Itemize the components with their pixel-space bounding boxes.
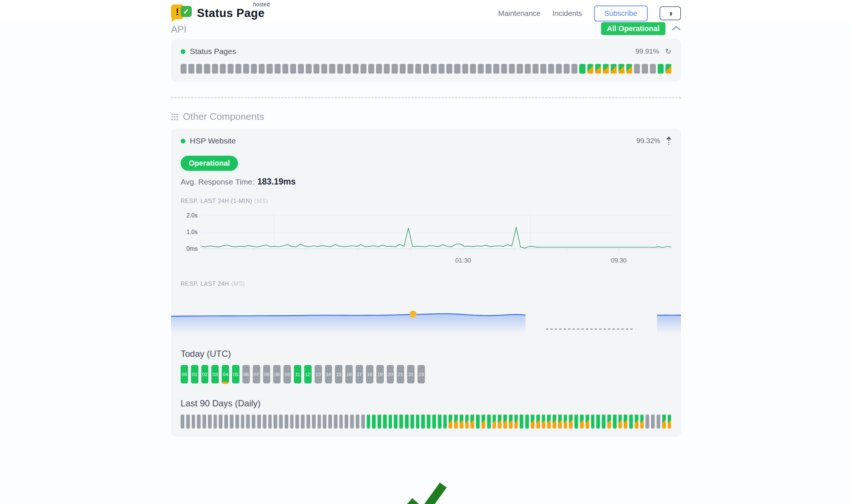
uptime-bar[interactable] — [274, 415, 277, 429]
hour-block-17[interactable]: 17 — [356, 365, 363, 383]
uptime-bar[interactable] — [410, 415, 414, 429]
uptime-bar[interactable] — [220, 64, 226, 74]
uptime-bar[interactable] — [257, 415, 261, 429]
uptime-bar[interactable] — [251, 64, 257, 74]
uptime-bar[interactable] — [596, 415, 600, 429]
uptime-bar[interactable] — [230, 415, 234, 429]
uptime-bar[interactable] — [416, 415, 420, 429]
uptime-bar[interactable] — [243, 64, 249, 74]
uptime-bar[interactable] — [282, 64, 288, 74]
uptime-bar[interactable] — [405, 415, 409, 429]
uptime-bar[interactable] — [503, 415, 507, 429]
uptime-bar[interactable] — [564, 64, 570, 74]
hour-block-13[interactable]: 13 — [315, 365, 322, 383]
uptime-bar[interactable] — [181, 64, 187, 74]
hour-block-11[interactable]: 11 — [294, 365, 301, 383]
uptime-bar[interactable] — [634, 64, 640, 74]
uptime-bar[interactable] — [553, 415, 556, 429]
uptime-bar[interactable] — [498, 415, 502, 429]
uptime-bar[interactable] — [595, 64, 601, 74]
uptime-bar[interactable] — [367, 415, 370, 429]
hour-block-09[interactable]: 09 — [273, 365, 281, 383]
uptime-bar[interactable] — [517, 64, 523, 74]
uptime-bar[interactable] — [290, 415, 294, 429]
uptime-bar[interactable] — [571, 64, 577, 74]
uptime-bar[interactable] — [574, 415, 578, 429]
hour-block-20[interactable]: 20 — [387, 365, 394, 383]
uptime-bar[interactable] — [470, 415, 474, 429]
hour-block-03[interactable]: 03 — [211, 365, 219, 383]
uptime-bar[interactable] — [533, 64, 539, 74]
hour-block-15[interactable]: 15 — [335, 365, 342, 383]
uptime-bar[interactable] — [196, 64, 202, 74]
uptime-bar[interactable] — [558, 415, 562, 429]
uptime-bar[interactable] — [279, 415, 283, 429]
uptime-bar[interactable] — [525, 415, 529, 429]
uptime-bar[interactable] — [540, 64, 546, 74]
uptime-bar[interactable] — [208, 415, 212, 429]
subscribe-button[interactable]: Subscribe — [594, 6, 648, 21]
uptime-bar[interactable] — [487, 415, 491, 429]
uptime-bar[interactable] — [536, 415, 540, 429]
uptime-bar[interactable] — [493, 64, 499, 74]
uptime-bar[interactable] — [432, 415, 436, 429]
uptime-bar[interactable] — [470, 64, 476, 74]
uptime-bar[interactable] — [204, 64, 210, 74]
uptime-bar[interactable] — [212, 64, 218, 74]
uptime-bar[interactable] — [376, 64, 382, 74]
uptime-bar[interactable] — [214, 415, 217, 429]
uptime-bar[interactable] — [668, 415, 671, 429]
uptime-bar[interactable] — [298, 64, 304, 74]
uptime-bar[interactable] — [263, 415, 266, 429]
uptime-bar[interactable] — [423, 64, 429, 74]
uptime-bar[interactable] — [345, 415, 348, 429]
uptime-bar[interactable] — [579, 64, 585, 74]
uptime-bar[interactable] — [290, 64, 296, 74]
uptime-bar[interactable] — [407, 64, 413, 74]
hour-block-04[interactable]: 04 — [222, 365, 229, 383]
uptime-bar[interactable] — [611, 64, 617, 74]
uptime-bar[interactable] — [275, 64, 281, 74]
uptime-bar[interactable] — [642, 64, 648, 74]
hour-block-06[interactable]: 06 — [242, 365, 250, 383]
data-point-marker[interactable] — [409, 311, 416, 318]
uptime-bar[interactable] — [295, 415, 299, 429]
uptime-bar[interactable] — [629, 415, 633, 429]
uptime-bar[interactable] — [564, 415, 567, 429]
uptime-bar[interactable] — [640, 415, 644, 429]
uptime-bar[interactable] — [321, 64, 327, 74]
uptime-bar[interactable] — [266, 64, 272, 74]
uptime-bar[interactable] — [438, 415, 442, 429]
theme-toggle-button[interactable]: ◑ — [660, 6, 681, 20]
uptime-bar[interactable] — [514, 415, 518, 429]
uptime-bar[interactable] — [454, 415, 458, 429]
uptime-bar[interactable] — [181, 415, 184, 429]
uptime-bar[interactable] — [525, 64, 531, 74]
uptime-bar[interactable] — [618, 415, 622, 429]
hour-block-01[interactable]: 01 — [191, 365, 198, 383]
uptime-bar[interactable] — [486, 64, 492, 74]
uptime-bar[interactable] — [618, 64, 624, 74]
uptime-bar[interactable] — [662, 415, 666, 429]
refresh-icon[interactable]: ↻ — [665, 47, 671, 56]
uptime-bar[interactable] — [353, 64, 359, 74]
uptime-bar[interactable] — [186, 415, 190, 429]
uptime-bar[interactable] — [389, 415, 392, 429]
uptime-bar[interactable] — [399, 415, 403, 429]
uptime-bar[interactable] — [624, 415, 627, 429]
uptime-bar[interactable] — [285, 415, 288, 429]
uptime-bar[interactable] — [465, 415, 469, 429]
uptime-bar[interactable] — [482, 415, 485, 429]
uptime-bar[interactable] — [635, 415, 638, 429]
uptime-bar[interactable] — [501, 64, 507, 74]
uptime-bar[interactable] — [372, 415, 376, 429]
hour-block-22[interactable]: 22 — [407, 365, 415, 383]
uptime-bar[interactable] — [439, 64, 445, 74]
uptime-bar[interactable] — [361, 415, 365, 429]
uptime-bar[interactable] — [587, 64, 593, 74]
uptime-bar[interactable] — [556, 64, 562, 74]
uptime-bar[interactable] — [478, 64, 484, 74]
nav-maintenance[interactable]: Maintenance — [498, 9, 541, 18]
uptime-bar[interactable] — [318, 415, 321, 429]
hour-block-12[interactable]: 12 — [304, 365, 312, 383]
